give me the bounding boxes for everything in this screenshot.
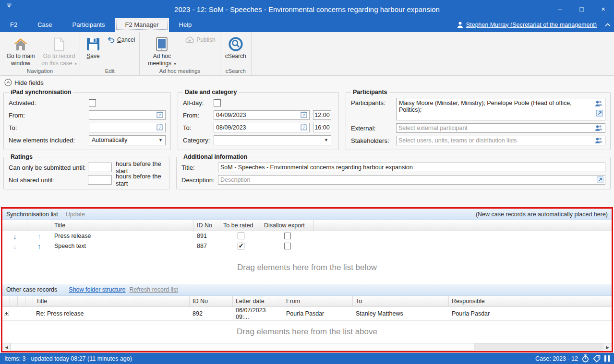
sync-to-field[interactable]: 7 <box>89 123 166 132</box>
disallow-export-checkbox[interactable] <box>284 233 291 239</box>
pause-icon[interactable] <box>604 355 610 362</box>
column-header-disallow-export[interactable]: Disallow export <box>261 220 314 231</box>
not-shared-suffix: hours before the start <box>116 173 164 187</box>
scrollbar-track[interactable] <box>474 343 603 351</box>
save-button[interactable]: Save <box>82 34 105 60</box>
sync-from-field[interactable]: 7 <box>89 110 166 120</box>
calendar-icon[interactable]: 7 <box>301 111 307 119</box>
external-input[interactable] <box>398 124 595 132</box>
disallow-export-checkbox[interactable] <box>284 243 291 249</box>
person-icon <box>457 22 463 28</box>
scrollbar-thumb[interactable] <box>11 343 474 351</box>
other-records-drop-zone[interactable]: Drag elements here from the list above <box>2 321 612 343</box>
submit-until-label: Can only be submitted until: <box>9 164 88 171</box>
category-dropdown[interactable]: ▼ <box>214 135 331 145</box>
sync-table-row[interactable]: ↓ ↑ Speech text 887 <box>2 241 612 251</box>
tag-icon[interactable] <box>593 355 601 363</box>
quick-access-toolbar-icon[interactable] <box>5 2 13 10</box>
other-records-row[interactable]: Re: Press release 892 06/07/2023 09:... … <box>2 307 612 321</box>
csearch-button[interactable]: cSearch <box>222 34 250 60</box>
calendar-icon[interactable]: 7 <box>157 124 163 132</box>
submit-until-input[interactable] <box>88 163 112 172</box>
description-input[interactable] <box>220 176 597 184</box>
date-from-field[interactable]: 04/09/2023 7 <box>214 110 310 120</box>
to-time-field[interactable]: 16:00 <box>313 123 331 132</box>
svg-text:7: 7 <box>303 113 305 117</box>
show-folder-structure-link[interactable]: Show folder structure <box>69 286 125 293</box>
stakeholders-field[interactable] <box>396 136 605 145</box>
column-header-to[interactable]: To <box>353 296 449 306</box>
column-header-title[interactable]: Title <box>33 296 190 306</box>
calendar-icon[interactable]: 7 <box>301 124 307 132</box>
date-category-groupbox: Date and category All-day: From: 04/09/2… <box>178 89 339 150</box>
external-label: External: <box>351 125 396 132</box>
column-header-id-no[interactable]: ID No <box>194 220 220 231</box>
ribbon-group-label: Ad hoc meetings <box>141 68 218 75</box>
maximize-button[interactable]: □ <box>571 0 592 18</box>
tab-participants[interactable]: Participants <box>62 18 115 31</box>
title-input[interactable] <box>218 163 605 172</box>
titlebar: 2023 - 12: SoM - Speeches - Environmenta… <box>0 0 614 18</box>
current-user-link[interactable]: Stephen Murray (Secretariat of the manag… <box>466 22 597 28</box>
move-up-icon[interactable]: ↑ <box>37 243 41 250</box>
description-field[interactable] <box>218 175 605 185</box>
tab-f2-manager[interactable]: F2 Manager <box>115 18 169 31</box>
tab-case[interactable]: Case <box>27 18 62 31</box>
add-participant-icon[interactable] <box>595 125 603 131</box>
column-header-from[interactable]: From <box>283 296 353 306</box>
update-link[interactable]: Update <box>66 211 85 218</box>
calendar-icon[interactable]: 7 <box>157 111 163 119</box>
move-down-icon[interactable]: ↓ <box>13 233 17 240</box>
minimize-button[interactable]: – <box>549 0 571 18</box>
column-header-letter-date[interactable]: Letter date <box>233 296 283 306</box>
sync-from-label: From: <box>9 112 89 119</box>
ribbon-group-ad-hoc: Ad hoc meetings ▾ Publish Ad hoc meeting… <box>140 32 220 75</box>
sync-table-row[interactable]: ↓ ↑ Press release 891 <box>2 231 612 241</box>
column-header-empty <box>314 220 612 231</box>
ad-hoc-meetings-button[interactable]: Ad hoc meetings ▾ <box>141 34 182 67</box>
to-be-rated-checkbox[interactable] <box>238 243 244 249</box>
column-header-empty <box>2 296 10 306</box>
move-down-icon[interactable]: ↓ <box>13 243 17 250</box>
stakeholders-input[interactable] <box>398 137 595 144</box>
go-to-record-button[interactable]: Go to record on this case ▾ <box>40 34 78 67</box>
to-be-rated-checkbox[interactable] <box>238 233 244 239</box>
date-to-field[interactable]: 08/09/2023 7 <box>214 123 310 132</box>
expand-row-icon[interactable] <box>4 311 9 316</box>
horizontal-scrollbar[interactable]: ◀ ▶ <box>2 343 612 351</box>
column-header-title[interactable]: Title <box>51 220 194 231</box>
collapse-ribbon-button[interactable] <box>602 18 614 31</box>
external-field[interactable] <box>396 123 605 133</box>
customize-toolbar-icon <box>6 3 12 8</box>
activated-checkbox[interactable] <box>89 99 96 106</box>
status-items-text: Items: 3 - updated today 08:27 (11 minut… <box>4 355 132 362</box>
scroll-left-button[interactable]: ◀ <box>2 343 11 351</box>
not-shared-input[interactable] <box>88 175 112 185</box>
synchronisation-region: Synchronisation list Update (New case re… <box>1 207 613 352</box>
participants-field[interactable]: Maisy Moore (Minister, Ministry); Penelo… <box>396 98 605 120</box>
all-day-checkbox[interactable] <box>214 99 221 106</box>
column-header-id-no[interactable]: ID No <box>190 296 233 306</box>
publish-button[interactable]: Publish <box>182 35 218 44</box>
stopwatch-icon[interactable] <box>582 354 589 363</box>
add-participant-icon[interactable] <box>595 137 603 144</box>
move-up-icon[interactable]: ↑ <box>37 233 41 240</box>
scroll-right-button[interactable]: ▶ <box>603 343 612 351</box>
go-to-main-window-button[interactable]: Go to main window <box>1 34 40 67</box>
tab-f2[interactable]: F2 <box>0 18 27 31</box>
home-icon <box>13 36 28 52</box>
open-in-window-icon[interactable] <box>597 176 603 183</box>
tab-help[interactable]: Help <box>169 18 202 31</box>
close-button[interactable]: × <box>592 0 614 18</box>
add-participant-icon[interactable] <box>595 100 603 108</box>
sync-list-drop-zone[interactable]: Drag elements here from the list below <box>2 251 612 284</box>
column-header-responsible[interactable]: Responsible <box>449 296 612 306</box>
hide-fields-toggle[interactable]: Hide fields <box>4 79 44 86</box>
from-time-field[interactable]: 12:00 <box>313 110 331 120</box>
cancel-button[interactable]: Cancel <box>105 35 138 44</box>
open-in-window-icon[interactable] <box>596 110 603 118</box>
column-header-to-be-rated[interactable]: To be rated <box>220 220 261 231</box>
status-bar: Items: 3 - updated today 08:27 (11 minut… <box>0 353 614 364</box>
new-elements-dropdown[interactable]: Automatically ▼ <box>89 135 166 145</box>
refresh-record-list-link[interactable]: Refresh record list <box>129 286 178 293</box>
